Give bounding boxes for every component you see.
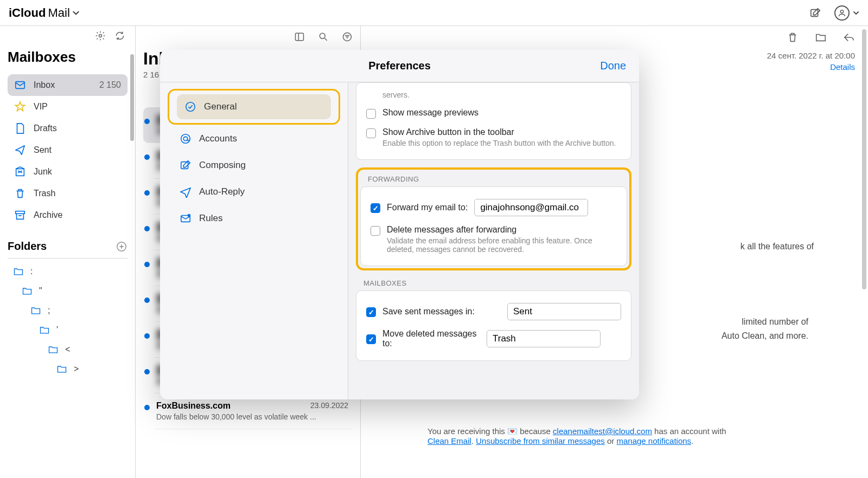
tab-rules[interactable]: Rules <box>172 206 336 231</box>
highlight-marker: General <box>168 89 340 125</box>
tab-label: Rules <box>199 213 222 224</box>
junk-icon <box>14 166 26 178</box>
move-folder-icon[interactable] <box>815 31 827 43</box>
folder-item[interactable]: " <box>8 281 127 301</box>
gear-icon[interactable] <box>95 30 106 41</box>
folder-item[interactable]: < <box>8 340 127 359</box>
svg-point-13 <box>181 134 190 144</box>
folders-title: Folders <box>8 240 47 253</box>
message-preview: Dow falls below 30,000 level as volatile… <box>156 412 341 421</box>
highlight-marker: FORWARDING Forward my email to: Delete m… <box>356 167 631 270</box>
sidebar-item-drafts[interactable]: Drafts <box>8 118 127 139</box>
checkbox-forward[interactable] <box>371 203 380 213</box>
trash-icon[interactable] <box>787 31 799 43</box>
add-folder-icon[interactable] <box>116 241 127 253</box>
sidebar-title: Mailboxes <box>8 49 127 66</box>
sidebar-item-label: Archive <box>34 210 62 220</box>
preferences-content: servers. Show message previews Show Arch… <box>348 82 639 399</box>
sidebar-item-sent[interactable]: Sent <box>8 139 127 161</box>
folder-item[interactable]: > <box>8 359 127 379</box>
scrollbar[interactable] <box>862 29 866 289</box>
sidebar-item-label: VIP <box>34 102 48 112</box>
footer-email-link[interactable]: cleanemailtest@icloud.com <box>553 427 652 436</box>
done-button[interactable]: Done <box>600 60 626 72</box>
app-title[interactable]: iCloud Mail <box>9 6 80 20</box>
sidebar-item-label: Trash <box>34 189 55 198</box>
message-sender: FoxBusiness.com <box>156 401 231 411</box>
at-icon <box>180 133 192 145</box>
checkbox-save-sent[interactable] <box>366 307 376 317</box>
sidebar-item-label: Inbox <box>34 80 55 90</box>
brand-prefix: iCloud <box>9 6 46 20</box>
compose-icon[interactable] <box>809 7 821 19</box>
unread-dot <box>144 226 150 231</box>
move-deleted-input[interactable] <box>487 330 601 347</box>
search-icon[interactable] <box>318 31 329 42</box>
folder-item[interactable]: : <box>8 262 127 281</box>
footer-unsub-link[interactable]: Unsubscribe from similar messages <box>476 436 605 445</box>
footer-clean-email-link[interactable]: Clean Email <box>427 436 471 445</box>
folder-item[interactable]: ' <box>8 320 127 340</box>
folder-label: > <box>74 364 79 374</box>
section-title: FORWARDING <box>360 172 627 186</box>
svg-rect-5 <box>16 211 25 214</box>
account-menu[interactable] <box>834 5 859 21</box>
preferences-sidebar: General Accounts Composing Auto-Reply Ru… <box>160 82 348 399</box>
sidebar-item-trash[interactable]: Trash <box>8 183 127 204</box>
sidebar-item-junk[interactable]: Junk <box>8 161 127 183</box>
svg-point-17 <box>188 214 191 217</box>
filter-icon[interactable] <box>342 31 353 42</box>
unread-dot <box>144 298 150 303</box>
option-label: Delete messages after forwarding <box>387 225 617 235</box>
scrollbar[interactable] <box>130 54 134 141</box>
unread-dot <box>144 369 150 374</box>
sidebar-item-label: Drafts <box>34 124 57 133</box>
chevron-down-icon <box>72 9 80 17</box>
refresh-icon[interactable] <box>114 30 125 41</box>
trash-icon <box>14 188 26 199</box>
folder-label: ; <box>48 306 50 315</box>
folder-icon <box>13 266 24 277</box>
folder-icon <box>22 286 33 296</box>
star-icon <box>14 101 26 113</box>
sidebar: Mailboxes Inbox 2 150 VIP Drafts Sent Ju… <box>0 26 136 478</box>
help-text: Validate the email address before enabli… <box>387 236 617 254</box>
message-date: 24 сент. 2022 г. at 20:00 <box>767 51 855 60</box>
checkmark-circle-icon <box>184 101 196 113</box>
reply-icon[interactable] <box>843 31 855 43</box>
footer-manage-link[interactable]: manage notifications <box>616 436 691 445</box>
checkbox-delete-after-fwd[interactable] <box>371 226 380 236</box>
airplane-icon <box>180 186 192 198</box>
message-footer: You are receiving this 💌 because cleanem… <box>427 427 726 445</box>
option-label: Move deleted messages to: <box>382 329 480 348</box>
divider <box>8 258 127 259</box>
folder-icon <box>48 344 59 355</box>
inbox-icon <box>14 79 26 91</box>
sidebar-item-inbox[interactable]: Inbox 2 150 <box>8 74 127 96</box>
section-title: MAILBOXES <box>356 275 631 290</box>
sidebar-item-vip[interactable]: VIP <box>8 96 127 118</box>
app-header: iCloud Mail <box>0 0 868 26</box>
tab-autoreply[interactable]: Auto-Reply <box>172 179 336 204</box>
svg-point-2 <box>99 35 102 37</box>
checkbox-previews[interactable] <box>366 109 376 119</box>
folder-item[interactable]: ; <box>8 301 127 320</box>
body-text-fragment: k all the features of <box>741 240 814 254</box>
unread-dot <box>144 190 150 196</box>
sidebar-item-archive[interactable]: Archive <box>8 204 127 226</box>
checkbox-archive-toolbar[interactable] <box>366 128 376 138</box>
save-sent-input[interactable] <box>507 303 621 320</box>
tab-general[interactable]: General <box>177 94 331 119</box>
panel-icon[interactable] <box>294 31 305 42</box>
forward-email-input[interactable] <box>474 199 588 216</box>
sidebar-item-label: Sent <box>34 145 52 155</box>
tab-label: General <box>204 101 237 112</box>
svg-point-1 <box>840 10 843 12</box>
preferences-modal: Preferences Done General Accounts Compos… <box>160 50 639 399</box>
tab-accounts[interactable]: Accounts <box>172 126 336 151</box>
tab-composing[interactable]: Composing <box>172 153 336 178</box>
tab-label: Auto-Reply <box>199 186 245 197</box>
svg-point-9 <box>320 33 325 38</box>
checkbox-move-deleted[interactable] <box>366 334 376 344</box>
archive-icon <box>14 209 26 221</box>
